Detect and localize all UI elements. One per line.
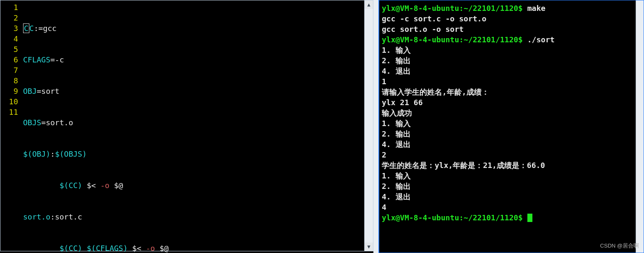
- terminal-line: ylx@VM-8-4-ubuntu:~/22101/1120$: [382, 212, 641, 223]
- code-token: $(CC): [60, 181, 82, 190]
- code-line: $(CC) $< -o $@: [23, 180, 364, 191]
- terminal-line: 2. 输出: [382, 129, 641, 139]
- code-token: gcc: [43, 24, 57, 33]
- terminal-line: 输入成功: [382, 108, 641, 118]
- editor-pane: 1 2 3 4 5 6 7 8 9 10 11 CC:=gcc CFLAGS=-…: [0, 0, 373, 251]
- scroll-down-arrow-icon[interactable]: ▼: [365, 243, 373, 251]
- code-token: $<: [128, 244, 146, 253]
- editor-scrollbar[interactable]: ▲ ▼: [364, 0, 373, 251]
- terminal-pane[interactable]: ylx@VM-8-4-ubuntu:~/22101/1120$ make gcc…: [379, 0, 644, 253]
- terminal-line: gcc -c sort.c -o sort.o: [382, 13, 641, 24]
- code-indent: [23, 181, 60, 190]
- terminal-line: ylx@VM-8-4-ubuntu:~/22101/1120$ make: [382, 3, 641, 13]
- code-token: $@: [110, 181, 123, 190]
- terminal-line: 请输入学生的姓名,年龄,成绩：: [382, 87, 641, 97]
- scrollbar-track[interactable]: [365, 9, 373, 243]
- editor-cursor: C: [23, 23, 29, 33]
- terminal-line: 2. 输出: [382, 181, 641, 191]
- terminal-line: gcc sort.o -o sort: [382, 24, 641, 34]
- code-token: -o: [146, 244, 155, 253]
- line-number-gutter: 1 2 3 4 5 6 7 8 9 10 11: [0, 0, 21, 251]
- line-number: 5: [0, 44, 18, 54]
- terminal-cursor: [527, 214, 532, 222]
- code-line: $(CC) $(CFLAGS) $< -o $@: [23, 243, 364, 253]
- code-line: CC:=gcc: [23, 23, 364, 34]
- terminal-line: 1. 输入: [382, 45, 641, 55]
- terminal-prompt: ylx@VM-8-4-ubuntu:~/22101/1120$: [382, 213, 527, 222]
- terminal-line: 学生的姓名是：ylx,年龄是：21,成绩是：66.0: [382, 160, 641, 170]
- terminal-line: 2. 输出: [382, 55, 641, 66]
- line-number: 7: [0, 65, 18, 75]
- scroll-up-arrow-icon[interactable]: ▲: [365, 0, 373, 9]
- line-number: 10: [0, 96, 18, 107]
- code-token: :: [50, 150, 55, 158]
- terminal-prompt: ylx@VM-8-4-ubuntu:~/22101/1120$: [382, 35, 527, 44]
- code-token: =-c: [50, 55, 64, 64]
- code-token: $(CC): [60, 244, 82, 253]
- terminal-scrollbar[interactable]: [636, 0, 644, 253]
- terminal-line: ylx 21 66: [382, 97, 641, 108]
- code-token: sort.c: [55, 212, 82, 221]
- code-token: =sort: [37, 87, 60, 96]
- terminal-output: ylx@VM-8-4-ubuntu:~/22101/1120$ make gcc…: [379, 0, 644, 225]
- code-line: CFLAGS=-c: [23, 54, 364, 65]
- line-number: 11: [0, 107, 18, 117]
- code-line: $(OBJ):$(OBJS): [23, 149, 364, 159]
- line-number: 8: [0, 75, 18, 86]
- terminal-line: 2: [382, 150, 641, 160]
- line-number: 9: [0, 86, 18, 96]
- code-line: OBJS=sort.o: [23, 117, 364, 128]
- code-token: :=: [34, 24, 43, 33]
- code-token: OBJS: [23, 118, 41, 127]
- code-token: :: [50, 212, 55, 221]
- code-token: =sort.o: [41, 118, 73, 127]
- terminal-line: 4. 退出: [382, 66, 641, 76]
- editor-text-area[interactable]: CC:=gcc CFLAGS=-c OBJ=sort OBJS=sort.o $…: [21, 0, 364, 251]
- terminal-command: ./sort: [527, 35, 555, 44]
- code-token: $(CFLAGS): [87, 244, 128, 253]
- code-token: [82, 244, 87, 253]
- code-indent: [23, 244, 60, 253]
- line-number: 4: [0, 34, 18, 44]
- terminal-line: 1. 输入: [382, 118, 641, 129]
- terminal-prompt: ylx@VM-8-4-ubuntu:~/22101/1120$: [382, 4, 527, 13]
- terminal-command: make: [527, 4, 545, 13]
- code-token: OBJ: [23, 87, 37, 96]
- line-number: 1: [0, 2, 18, 13]
- line-number: 3: [0, 23, 18, 34]
- code-token: $@: [155, 244, 169, 253]
- code-token: $<: [82, 181, 100, 190]
- terminal-line: 1. 输入: [382, 170, 641, 181]
- watermark-text: CSDN @居合啊: [600, 242, 639, 250]
- code-line: OBJ=sort: [23, 86, 364, 96]
- code-token: C: [29, 24, 34, 33]
- terminal-line: 4. 退出: [382, 139, 641, 150]
- line-number: 6: [0, 54, 18, 65]
- terminal-line: ylx@VM-8-4-ubuntu:~/22101/1120$ ./sort: [382, 34, 641, 45]
- terminal-line: 1: [382, 76, 641, 87]
- code-token: $(OBJS): [55, 150, 87, 158]
- code-token: CFLAGS: [23, 55, 50, 64]
- line-number: 2: [0, 13, 18, 23]
- code-token: $(OBJ): [23, 150, 50, 158]
- terminal-line: 4: [382, 202, 641, 212]
- code-line: sort.o:sort.c: [23, 212, 364, 222]
- pane-divider[interactable]: [373, 0, 379, 253]
- code-token: -o: [100, 181, 110, 190]
- terminal-line: 4. 退出: [382, 191, 641, 202]
- split-editor-terminal: 1 2 3 4 5 6 7 8 9 10 11 CC:=gcc CFLAGS=-…: [0, 0, 644, 253]
- code-token: sort.o: [23, 212, 50, 221]
